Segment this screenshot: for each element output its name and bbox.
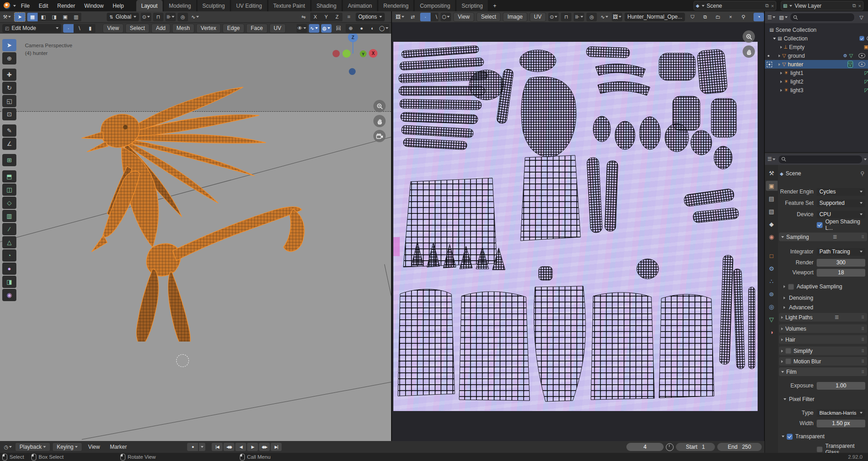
mode-dropdown[interactable]: ◰ Edit Mode [2,24,61,33]
workspace-tab-texture-paint[interactable]: Texture Paint [268,0,311,11]
active-tool-dropdown[interactable]: ⚒ [2,13,12,21]
current-frame-field[interactable]: 4 [626,443,664,451]
viewport-menu-uv[interactable]: UV [269,24,286,33]
viewport-menu-view[interactable]: View [103,24,124,33]
jump-to-start-button[interactable]: |◀ [212,443,223,451]
uv-image-browse-dropdown[interactable]: 🖼 [612,13,622,21]
overlays-toggle-icon[interactable]: 回 [333,24,344,33]
properties-nav-dropdown[interactable]: ☰ [766,155,777,164]
view-layer-selector[interactable]: ▧ View Layer ⧉ × [781,1,863,10]
timeline-menu-keying[interactable]: Keying [52,442,82,451]
uv-pan-button[interactable] [743,45,755,58]
scene-selector[interactable]: ◆ Scene ⧉ × [694,1,776,10]
integrator-dropdown[interactable]: Path Tracing [817,248,865,256]
viewport-samples-field[interactable]: 18 [817,269,865,277]
select-subtract-icon[interactable]: ◨ [49,13,60,21]
xray-toggle-icon[interactable]: ◍ [321,24,332,33]
outliner-row-empty[interactable]: ⟂ Empty ▣ [765,43,868,51]
filter-width-field[interactable]: 1.50 px [817,420,865,427]
snap-magnet-icon[interactable]: ⊓ [153,13,164,21]
uv-edge-select-icon[interactable]: ∖ [431,13,438,21]
menu-render[interactable]: Render [53,0,79,11]
gizmo-axis-neg-x[interactable] [332,50,340,57]
play-reverse-button[interactable]: ◀ [235,443,246,451]
unlink-scene-icon[interactable]: × [771,3,774,9]
snap-target-dropdown[interactable]: ⊪ [165,13,176,21]
outliner-row-light1[interactable]: ☀ light1 ◸ [765,69,868,77]
mesh-data-icon[interactable]: ▽ [849,53,853,59]
tool-cursor[interactable]: ⊕ [2,52,16,64]
proportional-falloff-viewport-dropdown[interactable]: ∿ [309,24,319,33]
workspace-tab-rendering[interactable]: Rendering [378,0,414,11]
fake-user-shield-icon[interactable]: ⛉ [687,13,698,21]
pan-button[interactable] [373,115,386,127]
new-view-layer-icon[interactable]: ⧉ [853,3,856,9]
select-set-icon[interactable]: ▦ [27,13,38,21]
wireframe-shading-icon[interactable]: ⊕ [346,24,356,33]
outliner-row-ground[interactable]: ▽ ground ⚙ ▽ [765,51,868,60]
outliner-row-hunter[interactable]: ▽ hunter ▽ [765,60,868,69]
denoising-row[interactable]: Denoising [778,293,868,302]
prev-keyframe-button[interactable]: ◀◆ [223,443,234,451]
image-paint-mode-icon[interactable]: ◔ [754,13,764,21]
menu-window[interactable]: Window [80,0,108,11]
new-scene-icon[interactable]: ⧉ [765,3,769,9]
viewport-menu-vertex[interactable]: Vertex [196,24,221,33]
light-paths-section-header[interactable]: Light Paths ☰ ⠿ [779,313,867,322]
motion-blur-checkbox[interactable] [785,358,791,364]
tool-move[interactable]: ✚ [2,69,16,81]
clock-icon[interactable] [666,443,674,451]
transparent-checkbox[interactable] [787,434,793,440]
workspace-tab-layout[interactable]: Layout [136,0,163,11]
tool-knife[interactable]: ∕ [2,223,16,235]
add-workspace-button[interactable]: + [489,0,501,11]
mirror-x-button[interactable]: X [310,13,321,21]
select-difference-icon[interactable]: ▣ [60,13,70,21]
properties-options-caret-icon[interactable] [864,159,867,160]
open-shading-checkbox[interactable] [817,222,823,228]
snap-state-icon[interactable]: ⌗ [344,13,354,21]
feature-set-dropdown[interactable]: Supported [817,199,865,207]
tool-measure[interactable]: ∠ [2,138,16,150]
tool-smooth[interactable]: ● [2,263,16,275]
app-menu-caret-icon[interactable] [13,5,16,7]
tab-scene-properties[interactable]: ◆ [766,219,778,229]
viewport-canvas[interactable]: ➤ ⊕ ✚ ↻ ◱ ⊡ ✎ ∠ ⊞ ⬒ ◫ ◇ ▥ ∕ △ ◔ ● [0,34,391,441]
motion-blur-section-header[interactable]: Motion Blur ⠿ [779,357,867,366]
uv-menu-view[interactable]: View [453,12,474,22]
expand-icon[interactable] [779,63,780,66]
modifier-wrench-icon[interactable]: ⚙ [843,53,848,58]
transparent-row[interactable]: Transparent [778,432,868,441]
rendered-shading-icon[interactable]: ◯ [378,24,389,33]
outliner-row-light3[interactable]: ☀ light3 ◸ [765,86,868,94]
uv-menu-select[interactable]: Select [476,12,501,22]
timeline-editor-type-dropdown[interactable]: ◷ [3,443,13,451]
outliner-filter-funnel-icon[interactable]: ▽ [856,13,867,22]
tool-extrude-region[interactable]: ⬒ [2,170,16,183]
volumes-section-header[interactable]: Volumes ⠿ [779,324,867,333]
workspace-tab-compositing[interactable]: Compositing [415,0,456,11]
outliner-row-collection[interactable]: ▤ Collection [765,34,868,43]
uv-menu-uv[interactable]: UV [530,12,546,22]
tool-box-select[interactable]: ➤ [2,39,16,51]
expand-icon[interactable] [780,80,782,83]
tool-edge-slide[interactable]: ◨ [2,276,16,288]
tool-poly-build[interactable]: △ [2,236,16,248]
uv-sync-selection-icon[interactable]: ⇄ [407,13,418,21]
preset-icon[interactable]: ☰ [833,234,838,239]
zoom-button[interactable] [373,100,386,112]
workspace-tab-shading[interactable]: Shading [312,0,342,11]
editor-type-dropdown[interactable]: 🖼 [395,13,405,21]
tab-physics-properties[interactable]: ⊚ [766,289,778,299]
frame-start-field[interactable]: Start 1 [676,443,715,451]
play-button[interactable]: ▶ [247,443,258,451]
mesh-data-icon-active[interactable]: ▽ [848,61,853,68]
uv-snap-icon[interactable]: ⊓ [561,13,571,21]
uv-zoom-button[interactable] [743,30,755,43]
outliner-row-light2[interactable]: ☀ light2 ◸ [765,77,868,86]
expand-icon[interactable] [779,55,780,57]
duplicate-image-icon[interactable]: ⧉ [700,13,710,21]
workspace-tab-uv-editing[interactable]: UV Editing [231,0,268,11]
transform-orientation-dropdown[interactable]: ⇅ Global [107,13,139,21]
keying-set-caret[interactable] [199,443,205,451]
